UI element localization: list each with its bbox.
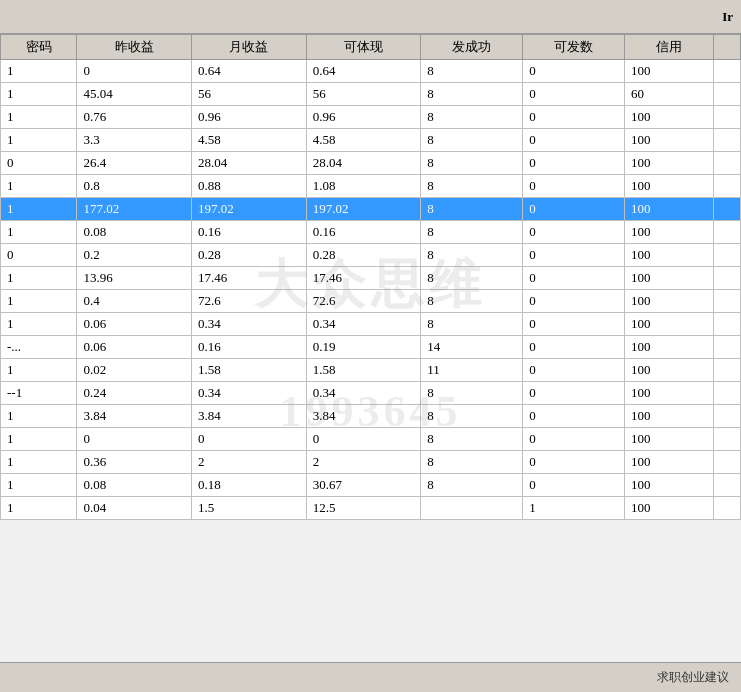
cell-yuesy: 0.16 [192, 336, 307, 359]
table-row[interactable]: 100080100 [1, 428, 741, 451]
cell-fcg: 8 [421, 428, 523, 451]
cell-kfs: 0 [523, 336, 625, 359]
cell-ketx: 0.16 [306, 221, 421, 244]
cell-ketx: 0.34 [306, 382, 421, 405]
cell-xinyong: 60 [625, 83, 714, 106]
cell-mima: 1 [1, 405, 77, 428]
cell-xinyong: 100 [625, 129, 714, 152]
table-header-row: 密码 昨收益 月收益 可体现 发成功 可发数 信用 [1, 35, 741, 60]
cell-yuesy: 72.6 [192, 290, 307, 313]
cell-ketx: 1.58 [306, 359, 421, 382]
header-fcg: 发成功 [421, 35, 523, 60]
header-zuosy: 昨收益 [77, 35, 192, 60]
cell-xinyong: 100 [625, 405, 714, 428]
cell-xinyong: 100 [625, 290, 714, 313]
cell-ketx: 0.34 [306, 313, 421, 336]
cell-extra [714, 359, 741, 382]
cell-extra [714, 83, 741, 106]
table-row[interactable]: 100.640.6480100 [1, 60, 741, 83]
cell-ketx: 0.96 [306, 106, 421, 129]
table-row[interactable]: 00.20.280.2880100 [1, 244, 741, 267]
cell-mima: 1 [1, 60, 77, 83]
cell-ketx: 197.02 [306, 198, 421, 221]
cell-ketx: 0.28 [306, 244, 421, 267]
cell-yuesy: 3.84 [192, 405, 307, 428]
cell-extra [714, 497, 741, 520]
cell-yuesy: 0.18 [192, 474, 307, 497]
table-row[interactable]: 1177.02197.02197.0280100 [1, 198, 741, 221]
table-row[interactable]: 13.843.843.8480100 [1, 405, 741, 428]
cell-yuesy: 0.34 [192, 313, 307, 336]
top-bar-label: Ir [722, 9, 733, 25]
cell-ketx: 0 [306, 428, 421, 451]
table-row[interactable]: 145.0456568060 [1, 83, 741, 106]
header-yuesy: 月收益 [192, 35, 307, 60]
table-row[interactable]: -...0.060.160.19140100 [1, 336, 741, 359]
cell-yuesy: 1.58 [192, 359, 307, 382]
cell-mima: 1 [1, 290, 77, 313]
cell-fcg: 14 [421, 336, 523, 359]
header-extra [714, 35, 741, 60]
cell-fcg: 8 [421, 106, 523, 129]
table-row[interactable]: --10.240.340.3480100 [1, 382, 741, 405]
cell-extra [714, 267, 741, 290]
cell-extra [714, 405, 741, 428]
cell-fcg [421, 497, 523, 520]
data-table: 密码 昨收益 月收益 可体现 发成功 可发数 信用 100.640.648010… [0, 34, 741, 520]
table-row[interactable]: 026.428.0428.0480100 [1, 152, 741, 175]
cell-yuesy: 28.04 [192, 152, 307, 175]
table-row[interactable]: 10.080.160.1680100 [1, 221, 741, 244]
cell-yuesy: 0.34 [192, 382, 307, 405]
cell-mima: 1 [1, 474, 77, 497]
cell-fcg: 8 [421, 474, 523, 497]
cell-zuosy: 0.36 [77, 451, 192, 474]
table-row[interactable]: 10.472.672.680100 [1, 290, 741, 313]
cell-extra [714, 313, 741, 336]
cell-mima: 0 [1, 244, 77, 267]
cell-xinyong: 100 [625, 359, 714, 382]
cell-mima: 1 [1, 497, 77, 520]
table-row[interactable]: 10.760.960.9680100 [1, 106, 741, 129]
cell-extra [714, 382, 741, 405]
cell-zuosy: 13.96 [77, 267, 192, 290]
table-row[interactable]: 10.80.881.0880100 [1, 175, 741, 198]
cell-zuosy: 45.04 [77, 83, 192, 106]
cell-mima: --1 [1, 382, 77, 405]
cell-kfs: 0 [523, 405, 625, 428]
cell-xinyong: 100 [625, 382, 714, 405]
cell-mima: 1 [1, 428, 77, 451]
cell-yuesy: 197.02 [192, 198, 307, 221]
header-mima: 密码 [1, 35, 77, 60]
bottom-label: 求职创业建议 [657, 669, 729, 686]
cell-mima: 1 [1, 198, 77, 221]
cell-fcg: 8 [421, 175, 523, 198]
cell-zuosy: 0.06 [77, 336, 192, 359]
table-row[interactable]: 10.060.340.3480100 [1, 313, 741, 336]
table-row[interactable]: 10.362280100 [1, 451, 741, 474]
cell-zuosy: 0.8 [77, 175, 192, 198]
cell-ketx: 17.46 [306, 267, 421, 290]
table-row[interactable]: 10.041.512.51100 [1, 497, 741, 520]
cell-zuosy: 0.02 [77, 359, 192, 382]
cell-ketx: 28.04 [306, 152, 421, 175]
table-row[interactable]: 10.080.1830.6780100 [1, 474, 741, 497]
table-row[interactable]: 10.021.581.58110100 [1, 359, 741, 382]
cell-kfs: 0 [523, 313, 625, 336]
cell-kfs: 0 [523, 359, 625, 382]
cell-ketx: 3.84 [306, 405, 421, 428]
cell-zuosy: 3.84 [77, 405, 192, 428]
cell-zuosy: 0.2 [77, 244, 192, 267]
cell-ketx: 0.19 [306, 336, 421, 359]
cell-extra [714, 428, 741, 451]
cell-yuesy: 0.88 [192, 175, 307, 198]
cell-xinyong: 100 [625, 244, 714, 267]
cell-kfs: 0 [523, 129, 625, 152]
cell-kfs: 0 [523, 106, 625, 129]
cell-mima: 1 [1, 106, 77, 129]
top-bar: Ir [0, 0, 741, 34]
cell-zuosy: 0.08 [77, 221, 192, 244]
table-row[interactable]: 13.34.584.5880100 [1, 129, 741, 152]
table-row[interactable]: 113.9617.4617.4680100 [1, 267, 741, 290]
cell-kfs: 0 [523, 175, 625, 198]
cell-ketx: 56 [306, 83, 421, 106]
